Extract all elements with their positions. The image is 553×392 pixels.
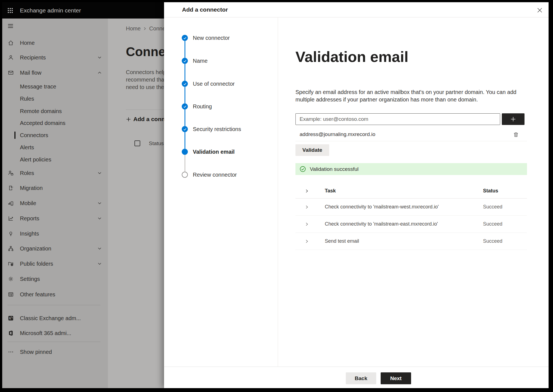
expand-all-chevron-icon[interactable] — [305, 189, 309, 193]
validation-task-table: Task Status Check connectivity to 'mails… — [295, 184, 527, 250]
validate-button[interactable]: Validate — [295, 144, 329, 156]
email-address-input[interactable] — [295, 113, 500, 125]
sidebar-item-message-trace[interactable]: Message trace — [2, 83, 108, 90]
home-icon — [8, 40, 14, 46]
sidebar-item-mobile[interactable]: Mobile — [2, 200, 108, 207]
grid-table-icon — [8, 291, 14, 297]
step-security-restrictions[interactable]: Security restrictions — [182, 126, 241, 133]
step-connector-line — [185, 64, 185, 81]
step-new-connector[interactable]: New connector — [182, 34, 230, 41]
sidebar-divider — [7, 342, 100, 342]
status-column-header: Status — [149, 140, 164, 147]
sidebar-item-accepted-domains[interactable]: Accepted domains — [2, 119, 108, 127]
step-connector-line — [185, 155, 185, 172]
nav-collapse-button[interactable] — [7, 23, 14, 29]
gear-icon — [8, 276, 14, 282]
microsoft-365-icon — [8, 330, 14, 336]
page-intro-text: Connectors help recommend that need to u… — [126, 69, 165, 91]
banner-text: Validation successful — [310, 166, 359, 172]
close-icon — [536, 7, 543, 14]
step-name[interactable]: Name — [182, 57, 207, 64]
sidebar-item-organization[interactable]: Organization — [2, 245, 108, 252]
sidebar-divider — [7, 305, 100, 305]
close-button[interactable] — [535, 6, 544, 15]
public-folder-icon — [8, 261, 14, 267]
sidebar-item-microsoft-365-admin[interactable]: Microsoft 365 admi... — [2, 330, 108, 337]
sidebar-item-alerts[interactable]: Alerts — [2, 144, 108, 151]
sidebar-item-recipients[interactable]: Recipients — [2, 54, 108, 61]
chevron-down-icon — [97, 246, 102, 251]
sidebar-item-mail-flow[interactable]: Mail flow — [2, 69, 108, 76]
status-cell: Succeed — [483, 204, 502, 210]
status-cell: Succeed — [483, 221, 502, 227]
sidebar-item-migration[interactable]: Migration — [2, 184, 108, 192]
mail-icon — [8, 70, 14, 76]
sidebar-item-reports[interactable]: Reports — [2, 215, 108, 222]
step-use-of-connector[interactable]: Use of connector — [182, 80, 235, 87]
step-upcoming-icon — [182, 172, 188, 178]
reports-icon — [8, 215, 14, 221]
chevron-down-icon — [97, 261, 102, 266]
content-title: Validation email — [295, 48, 408, 65]
address-email: address@journaling.mxrecord.io — [300, 131, 375, 137]
task-cell: Send test email — [325, 238, 359, 244]
sidebar-item-other-features[interactable]: Other features — [2, 291, 108, 298]
address-list-item: address@journaling.mxrecord.io — [295, 129, 527, 140]
page-title: Connec — [126, 44, 165, 60]
roles-icon — [8, 170, 14, 176]
sidebar-item-insights[interactable]: Insights — [2, 230, 108, 237]
step-connector-line — [185, 87, 185, 103]
sidebar-item-show-pinned[interactable]: Show pinned — [2, 348, 108, 356]
chevron-down-icon — [97, 55, 102, 60]
validation-success-banner: Validation successful — [295, 163, 527, 175]
breadcrumb-home-link[interactable]: Home — [126, 25, 141, 32]
divider — [278, 17, 278, 367]
status-cell: Succeed — [483, 238, 502, 244]
panel-title: Add a connector — [182, 2, 228, 17]
expand-row-chevron-icon[interactable] — [305, 222, 309, 226]
chevron-down-icon — [97, 216, 102, 221]
step-check-icon — [182, 81, 188, 87]
breadcrumb-current: Conne — [149, 25, 165, 32]
sidebar-item-remote-domains[interactable]: Remote domains — [2, 108, 108, 115]
breadcrumb: Home Conne — [126, 25, 165, 32]
next-button[interactable]: Next — [381, 372, 411, 384]
delete-address-button[interactable] — [512, 130, 520, 139]
add-connector-button[interactable]: Add a conn — [126, 115, 166, 123]
migration-icon — [8, 185, 14, 191]
step-review-connector[interactable]: Review connector — [182, 171, 237, 178]
expand-row-chevron-icon[interactable] — [305, 239, 309, 244]
svg-text:E: E — [9, 317, 11, 320]
sidebar-item-connectors[interactable]: Connectors — [2, 132, 108, 139]
select-all-checkbox[interactable] — [134, 140, 140, 146]
step-current-icon — [182, 149, 188, 155]
sidebar-item-roles[interactable]: Roles — [2, 169, 108, 177]
sidebar-item-rules[interactable]: Rules — [2, 95, 108, 102]
trash-icon — [513, 132, 519, 138]
sidebar-item-public-folders[interactable]: Public folders — [2, 260, 108, 267]
app-launcher-button[interactable] — [7, 7, 14, 14]
divider — [295, 141, 527, 141]
breadcrumb-chevron-icon — [143, 27, 147, 30]
task-column-header: Task — [325, 188, 336, 194]
table-row: Check connectivity to 'mailstream-east.m… — [295, 216, 527, 233]
sidebar-item-alert-policies[interactable]: Alert policies — [2, 156, 108, 163]
task-cell: Check connectivity to 'mailstream-east.m… — [325, 221, 438, 227]
table-row: Check connectivity to 'mailstream-west.m… — [295, 198, 527, 216]
add-address-button[interactable] — [502, 113, 525, 125]
expand-row-chevron-icon[interactable] — [305, 205, 309, 209]
step-validation-email[interactable]: Validation email — [182, 148, 235, 155]
sidebar-item-home[interactable]: Home — [2, 39, 108, 46]
step-connector-line — [185, 132, 185, 149]
success-check-icon — [300, 166, 306, 172]
step-check-icon — [182, 35, 188, 41]
back-button[interactable]: Back — [346, 372, 376, 384]
sidebar-item-classic-exchange[interactable]: E Classic Exchange adm... — [2, 315, 108, 322]
plus-icon — [510, 116, 516, 122]
sidebar-item-settings[interactable]: Settings — [2, 275, 108, 283]
step-check-icon — [182, 58, 188, 64]
mobile-icon — [8, 200, 14, 206]
content-description: Specify an email address for an active m… — [295, 88, 523, 103]
ellipsis-icon — [8, 349, 14, 355]
step-routing[interactable]: Routing — [182, 103, 212, 110]
